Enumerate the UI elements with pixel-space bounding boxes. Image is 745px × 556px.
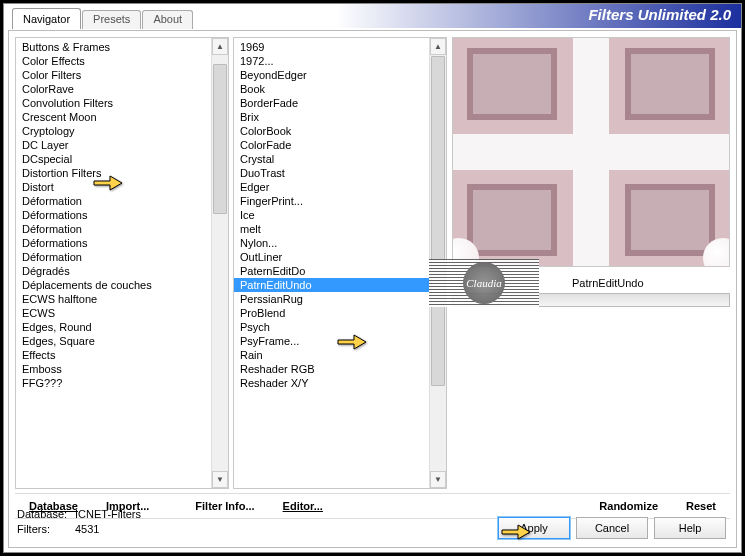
status-count-value: 4531 <box>75 523 99 535</box>
list-item[interactable]: Ice <box>234 208 429 222</box>
tab-about[interactable]: About <box>142 10 193 29</box>
app-title: Filters Unlimited 2.0 <box>588 6 731 23</box>
list-item[interactable]: Crystal <box>234 152 429 166</box>
watermark: Claudia <box>429 259 539 307</box>
list-item[interactable]: DC Layer <box>16 138 211 152</box>
randomize-button[interactable]: Randomize <box>585 500 672 512</box>
reset-button[interactable]: Reset <box>672 500 730 512</box>
list-item[interactable]: Psych <box>234 320 429 334</box>
pointer-annotation-icon <box>92 171 126 197</box>
list-item[interactable]: Effects <box>16 348 211 362</box>
editor-button[interactable]: Editor... <box>269 500 337 512</box>
list-item[interactable]: Déformation <box>16 250 211 264</box>
category-list-wrap: Buttons & FramesColor EffectsColor Filte… <box>15 37 229 489</box>
scroll-down-icon[interactable]: ▼ <box>212 471 228 488</box>
list-item[interactable]: 1972... <box>234 54 429 68</box>
list-item[interactable]: Buttons & Frames <box>16 40 211 54</box>
list-item[interactable]: Dégradés <box>16 264 211 278</box>
status-bar: Database:ICNET-Filters Filters:4531 <box>17 507 141 537</box>
scroll-up-icon[interactable]: ▲ <box>212 38 228 55</box>
content-panel: Buttons & FramesColor EffectsColor Filte… <box>8 30 737 548</box>
list-item[interactable]: Book <box>234 82 429 96</box>
scroll-down-icon[interactable]: ▼ <box>430 471 446 488</box>
pointer-annotation-icon <box>500 520 534 546</box>
lists-container: Buttons & FramesColor EffectsColor Filte… <box>15 37 447 489</box>
list-item[interactable]: 1969 <box>234 40 429 54</box>
tab-presets[interactable]: Presets <box>82 10 141 29</box>
list-item[interactable]: Déformations <box>16 208 211 222</box>
tab-navigator[interactable]: Navigator <box>12 8 81 29</box>
list-item[interactable]: FFG??? <box>16 376 211 390</box>
list-item[interactable]: Edger <box>234 180 429 194</box>
dialog-window: Navigator Presets About Filters Unlimite… <box>3 3 742 553</box>
list-item[interactable]: ECWS halftone <box>16 292 211 306</box>
tab-bar: Navigator Presets About <box>12 8 194 29</box>
filter-list-wrap: 19691972...BeyondEdgerBookBorderFadeBrix… <box>233 37 447 489</box>
list-item[interactable]: ECWS <box>16 306 211 320</box>
list-item[interactable]: Emboss <box>16 362 211 376</box>
list-item[interactable]: Convolution Filters <box>16 96 211 110</box>
list-item[interactable]: ColorFade <box>234 138 429 152</box>
list-item[interactable]: PaternEditDo <box>234 264 429 278</box>
list-item[interactable]: Nylon... <box>234 236 429 250</box>
status-count-label: Filters: <box>17 522 75 537</box>
pointer-annotation-icon <box>336 330 370 356</box>
list-item[interactable]: DCspecial <box>16 152 211 166</box>
filter-list[interactable]: 19691972...BeyondEdgerBookBorderFadeBrix… <box>234 38 429 488</box>
cancel-button[interactable]: Cancel <box>576 517 648 539</box>
list-item[interactable]: Edges, Square <box>16 334 211 348</box>
status-db-value: ICNET-Filters <box>75 508 141 520</box>
list-item[interactable]: Color Filters <box>16 68 211 82</box>
list-item[interactable]: Reshader X/Y <box>234 376 429 390</box>
list-item[interactable]: Déformations <box>16 236 211 250</box>
list-item[interactable]: Crescent Moon <box>16 110 211 124</box>
list-item[interactable]: Déplacements de couches <box>16 278 211 292</box>
list-item[interactable]: BorderFade <box>234 96 429 110</box>
list-item[interactable]: PerssianRug <box>234 292 429 306</box>
help-button[interactable]: Help <box>654 517 726 539</box>
list-item[interactable]: ColorBook <box>234 124 429 138</box>
preview-image <box>453 38 729 266</box>
list-item[interactable]: OutLiner <box>234 250 429 264</box>
scrollbar-thumb[interactable] <box>213 64 227 214</box>
scroll-up-icon[interactable]: ▲ <box>430 38 446 55</box>
list-item[interactable]: Color Effects <box>16 54 211 68</box>
list-item[interactable]: Déformation <box>16 222 211 236</box>
list-item[interactable]: Edges, Round <box>16 320 211 334</box>
list-item[interactable]: Cryptology <box>16 124 211 138</box>
list-item[interactable]: ProBlend <box>234 306 429 320</box>
titlebar: Navigator Presets About Filters Unlimite… <box>4 4 741 28</box>
list-item[interactable]: FingerPrint... <box>234 194 429 208</box>
list-item[interactable]: melt <box>234 222 429 236</box>
category-list[interactable]: Buttons & FramesColor EffectsColor Filte… <box>16 38 211 488</box>
preview-panel <box>452 37 730 267</box>
list-item[interactable]: ColorRave <box>16 82 211 96</box>
list-item[interactable]: PatrnEditUndo <box>234 278 429 292</box>
list-item[interactable]: PsyFrame... <box>234 334 429 348</box>
list-item[interactable]: Rain <box>234 348 429 362</box>
status-db-label: Database: <box>17 507 75 522</box>
list-item[interactable]: Brix <box>234 110 429 124</box>
scrollbar-thumb[interactable] <box>431 56 445 386</box>
list-item[interactable]: Reshader RGB <box>234 362 429 376</box>
list-item[interactable]: BeyondEdger <box>234 68 429 82</box>
category-scrollbar[interactable]: ▲ ▼ <box>211 38 228 488</box>
filterinfo-button[interactable]: Filter Info... <box>181 500 268 512</box>
list-item[interactable]: DuoTrast <box>234 166 429 180</box>
